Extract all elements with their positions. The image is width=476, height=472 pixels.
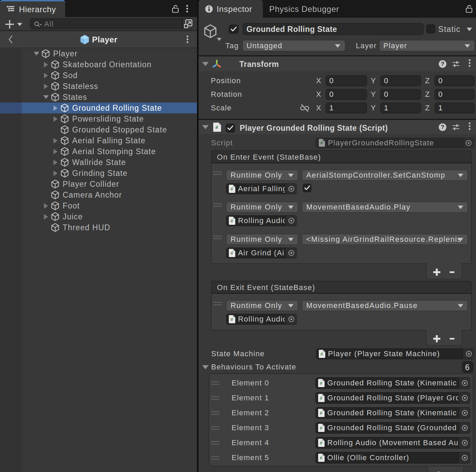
svg-text:?: ?	[441, 124, 444, 130]
svg-text:#: #	[320, 381, 323, 386]
svg-text:#: #	[320, 455, 323, 460]
svg-text:?: ?	[441, 61, 444, 67]
svg-text:#: #	[320, 140, 323, 145]
svg-text:#: #	[321, 351, 323, 357]
svg-text:#: #	[320, 411, 323, 416]
svg-text:#: #	[320, 396, 323, 401]
svg-text:#: #	[231, 251, 233, 256]
svg-text:#: #	[231, 218, 233, 223]
svg-text:#: #	[215, 124, 218, 130]
svg-text:#: #	[231, 317, 233, 322]
svg-text:#: #	[320, 425, 323, 431]
svg-text:#: #	[320, 440, 323, 446]
svg-text:#: #	[231, 186, 233, 192]
